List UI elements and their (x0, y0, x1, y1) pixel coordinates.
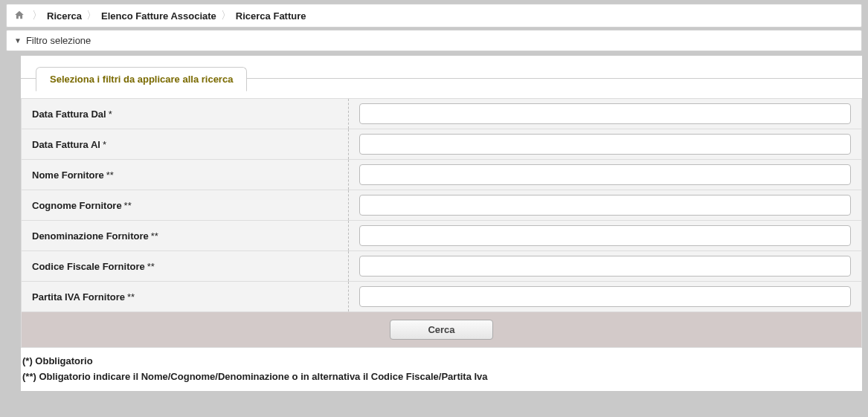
breadcrumb-separator: 〉 (32, 9, 42, 22)
breadcrumb-item-ricerca[interactable]: Ricerca (47, 10, 82, 22)
breadcrumb: 〉 Ricerca 〉 Elenco Fatture Associate 〉 R… (6, 4, 862, 28)
label-text: Nome Fornitore (32, 169, 104, 181)
denominazione-fornitore-input[interactable] (359, 225, 851, 246)
filter-selection-toggle[interactable]: ▼ Filtro selezione (6, 30, 862, 51)
label-text: Denominazione Fornitore (32, 230, 149, 242)
input-cell (349, 282, 861, 311)
row-codice-fiscale-fornitore: Codice Fiscale Fornitore ** (22, 251, 861, 282)
row-cognome-fornitore: Cognome Fornitore ** (22, 190, 861, 221)
required-mark: ** (124, 200, 132, 211)
row-data-fattura-dal: Data Fattura Dal * (22, 99, 861, 129)
search-filters-fieldset: Seleziona i filtri da applicare alla ric… (21, 78, 862, 391)
cognome-fornitore-input[interactable] (359, 195, 851, 216)
label-text: Data Fattura Dal (32, 109, 106, 120)
breadcrumb-item-ricerca-fatture[interactable]: Ricerca Fatture (236, 10, 306, 22)
required-mark: ** (147, 261, 155, 272)
footnote-alternative: (**) Obligatorio indicare il Nome/Cognom… (22, 369, 861, 385)
required-mark: ** (127, 291, 135, 303)
label-text: Cognome Fornitore (32, 200, 122, 211)
cerca-button[interactable]: Cerca (390, 320, 492, 340)
filter-header-label: Filtro selezione (26, 35, 91, 46)
input-cell (349, 251, 861, 281)
breadcrumb-separator: 〉 (86, 9, 97, 22)
label-data-fattura-dal: Data Fattura Dal * (22, 99, 349, 129)
footnotes: (*) Obbligatorio (**) Obligatorio indica… (21, 348, 862, 391)
footnote-required: (*) Obbligatorio (22, 354, 861, 369)
label-text: Partita IVA Fornitore (32, 291, 125, 303)
label-text: Data Fattura Al (32, 139, 100, 150)
row-denominazione-fornitore: Denominazione Fornitore ** (22, 221, 861, 251)
breadcrumb-separator: 〉 (221, 9, 231, 22)
input-cell (349, 129, 861, 159)
required-mark: * (109, 109, 112, 120)
label-partita-iva-fornitore: Partita IVA Fornitore ** (22, 282, 349, 311)
content-wrap: Seleziona i filtri da applicare alla ric… (6, 56, 862, 391)
required-mark: * (103, 139, 106, 150)
label-nome-fornitore: Nome Fornitore ** (22, 160, 349, 190)
label-text: Codice Fiscale Fornitore (32, 261, 145, 272)
form-rows: Data Fattura Dal * Data Fattura Al * (21, 98, 862, 312)
nome-fornitore-input[interactable] (359, 164, 851, 185)
partita-iva-fornitore-input[interactable] (359, 286, 851, 307)
row-data-fattura-al: Data Fattura Al * (22, 129, 861, 160)
label-data-fattura-al: Data Fattura Al * (22, 129, 349, 159)
input-cell (349, 160, 861, 190)
input-cell (349, 221, 861, 250)
label-denominazione-fornitore: Denominazione Fornitore ** (22, 221, 349, 250)
required-mark: ** (151, 230, 158, 242)
data-fattura-al-input[interactable] (359, 134, 851, 155)
breadcrumb-item-elenco[interactable]: Elenco Fatture Associate (101, 10, 216, 22)
row-partita-iva-fornitore: Partita IVA Fornitore ** (22, 282, 861, 312)
codice-fiscale-fornitore-input[interactable] (359, 256, 851, 277)
data-fattura-dal-input[interactable] (359, 103, 851, 124)
input-cell (349, 99, 861, 129)
button-bar: Cerca (21, 312, 862, 348)
home-icon[interactable] (14, 10, 25, 22)
label-codice-fiscale-fornitore: Codice Fiscale Fornitore ** (22, 251, 349, 281)
required-mark: ** (106, 169, 114, 181)
input-cell (349, 190, 861, 220)
label-cognome-fornitore: Cognome Fornitore ** (22, 190, 349, 220)
row-nome-fornitore: Nome Fornitore ** (22, 160, 861, 190)
content-panel: Seleziona i filtri da applicare alla ric… (21, 56, 862, 391)
caret-down-icon: ▼ (14, 36, 22, 45)
fieldset-legend: Seleziona i filtri da applicare alla ric… (36, 67, 247, 91)
